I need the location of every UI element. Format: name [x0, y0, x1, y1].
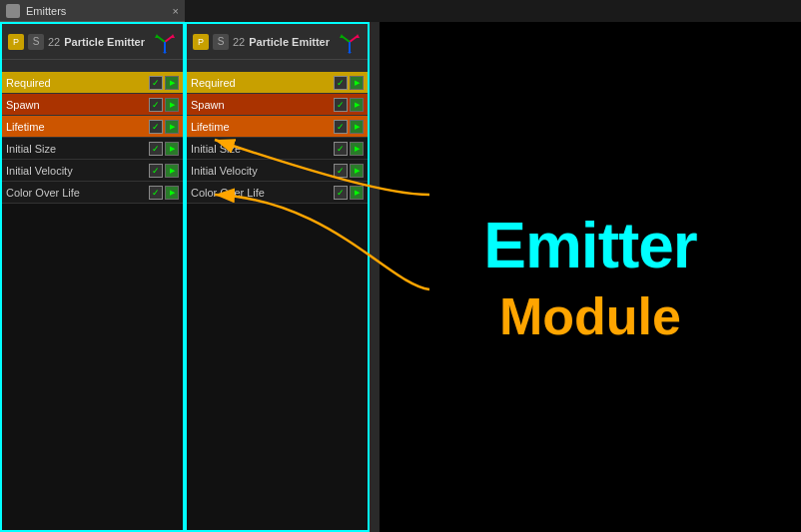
module-spawn-1[interactable]: Spawn — [2, 94, 183, 116]
module-expand-lifetime-2[interactable] — [350, 120, 364, 134]
module-expand-spawn-2[interactable] — [350, 98, 364, 112]
module-expand-initial-size-2[interactable] — [350, 142, 364, 156]
settings-icon-2[interactable]: S — [213, 34, 229, 50]
emitter-number-1: 22 — [48, 36, 60, 48]
module-expand-color-over-life-2[interactable] — [350, 186, 364, 200]
emitter-panel-2: P S 22 Particle Emitter Required — [185, 22, 370, 532]
title-bar: Emitters × — [0, 0, 185, 22]
svg-marker-11 — [348, 52, 352, 54]
svg-marker-5 — [163, 52, 167, 54]
module-initial-size-1[interactable]: Initial Size — [2, 138, 183, 160]
spacer-1 — [2, 60, 183, 72]
3d-axes-icon-2 — [338, 30, 362, 54]
module-expand-required-2[interactable] — [350, 76, 364, 90]
module-label-spawn-2: Spawn — [191, 99, 332, 111]
module-initial-velocity-1[interactable]: Initial Velocity — [2, 160, 183, 182]
spacer-2 — [187, 60, 368, 72]
module-lifetime-1[interactable]: Lifetime — [2, 116, 183, 138]
3d-axes-icon-1 — [153, 30, 177, 54]
module-expand-color-over-life-1[interactable] — [165, 186, 179, 200]
emitter-number-2: 22 — [233, 36, 245, 48]
emitter-annotation-label: Emitter — [483, 209, 697, 282]
module-check-initial-velocity-2[interactable] — [334, 164, 348, 178]
emitter-header-2: P S 22 Particle Emitter — [187, 24, 368, 60]
emitter-header-1: P S 22 Particle Emitter — [2, 24, 183, 60]
module-label-initial-velocity-2: Initial Velocity — [191, 165, 332, 177]
module-check-color-over-life-1[interactable] — [149, 186, 163, 200]
module-expand-initial-size-1[interactable] — [165, 142, 179, 156]
module-check-initial-velocity-1[interactable] — [149, 164, 163, 178]
module-color-over-life-2[interactable]: Color Over Life — [187, 182, 368, 204]
emitter-panel-1: P S 22 Particle Emitter Required — [0, 22, 185, 532]
module-expand-spawn-1[interactable] — [165, 98, 179, 112]
module-label-initial-size-1: Initial Size — [6, 143, 147, 155]
module-color-over-life-1[interactable]: Color Over Life — [2, 182, 183, 204]
settings-icon-1[interactable]: S — [28, 34, 44, 50]
module-expand-initial-velocity-2[interactable] — [350, 164, 364, 178]
title-bar-icon — [6, 4, 20, 18]
module-check-initial-size-1[interactable] — [149, 142, 163, 156]
module-annotation-label: Module — [499, 286, 681, 346]
module-required-2[interactable]: Required — [187, 72, 368, 94]
module-check-lifetime-1[interactable] — [149, 120, 163, 134]
module-required-1[interactable]: Required — [2, 72, 183, 94]
module-initial-velocity-2[interactable]: Initial Velocity — [187, 160, 368, 182]
module-check-required-1[interactable] — [149, 76, 163, 90]
module-check-color-over-life-2[interactable] — [334, 186, 348, 200]
module-check-required-2[interactable] — [334, 76, 348, 90]
particle-icon-1: P — [8, 34, 24, 50]
title-bar-text: Emitters — [26, 5, 66, 17]
emitters-area: P S 22 Particle Emitter Required — [0, 22, 380, 532]
module-label-initial-velocity-1: Initial Velocity — [6, 165, 147, 177]
module-lifetime-2[interactable]: Lifetime — [187, 116, 368, 138]
module-label-color-over-life-2: Color Over Life — [191, 187, 332, 199]
module-spawn-2[interactable]: Spawn — [187, 94, 368, 116]
emitter-title-2: Particle Emitter — [249, 36, 330, 48]
right-annotation-area: Emitter Module — [380, 22, 801, 532]
module-label-lifetime-1: Lifetime — [6, 121, 147, 133]
module-expand-lifetime-1[interactable] — [165, 120, 179, 134]
module-label-color-over-life-1: Color Over Life — [6, 187, 147, 199]
title-bar-close-button[interactable]: × — [173, 5, 179, 17]
module-check-initial-size-2[interactable] — [334, 142, 348, 156]
module-check-lifetime-2[interactable] — [334, 120, 348, 134]
module-initial-size-2[interactable]: Initial Size — [187, 138, 368, 160]
particle-icon-2: P — [193, 34, 209, 50]
module-check-spawn-2[interactable] — [334, 98, 348, 112]
emitter-title-1: Particle Emitter — [64, 36, 145, 48]
module-label-required-1: Required — [6, 77, 147, 89]
module-expand-required-1[interactable] — [165, 76, 179, 90]
module-label-initial-size-2: Initial Size — [191, 143, 332, 155]
module-check-spawn-1[interactable] — [149, 98, 163, 112]
module-label-lifetime-2: Lifetime — [191, 121, 332, 133]
module-expand-initial-velocity-1[interactable] — [165, 164, 179, 178]
module-label-required-2: Required — [191, 77, 332, 89]
module-label-spawn-1: Spawn — [6, 99, 147, 111]
